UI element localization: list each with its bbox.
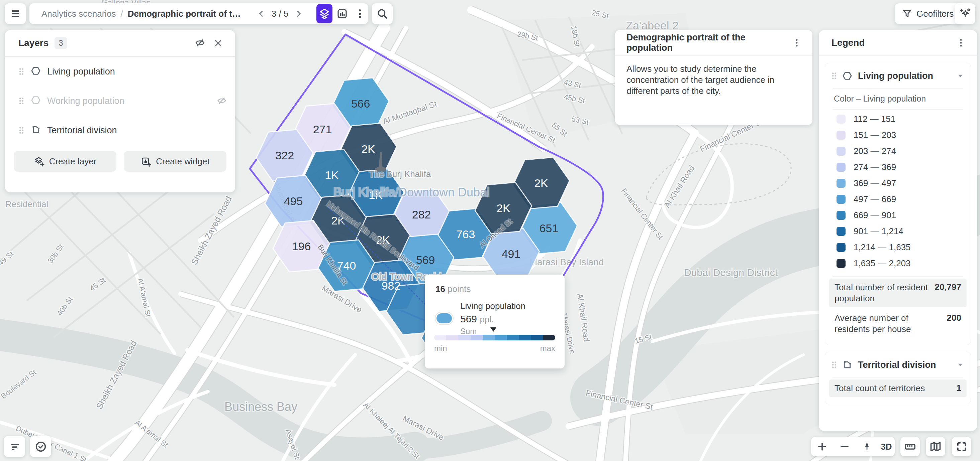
widgets-button[interactable] <box>334 4 350 24</box>
range-label: 151 — 203 <box>854 130 896 140</box>
range-label: 274 — 369 <box>854 162 896 173</box>
legend-range-row: 1,214 — 1,635 <box>825 239 970 255</box>
layers-panel: Layers 3 Living populationWorking popula… <box>5 30 235 192</box>
breadcrumb-section[interactable]: Analytics scenarios <box>41 9 116 19</box>
search-icon <box>377 8 388 19</box>
stat-label: Total count of territories <box>835 383 935 394</box>
more-button[interactable] <box>352 4 368 24</box>
street <box>100 174 234 317</box>
map-label: Sheikh Zayed Road <box>189 195 234 266</box>
zoom-out-button[interactable] <box>836 438 853 455</box>
map-label: Marasi Bay Island <box>530 257 604 267</box>
range-label: 203 — 274 <box>854 146 896 156</box>
kebab-icon <box>792 38 802 48</box>
close-layers-panel-button[interactable] <box>209 34 227 52</box>
legend-living-title: Living population <box>858 71 956 81</box>
tooltip-series-swatch <box>436 312 453 324</box>
street <box>60 181 201 327</box>
history-button[interactable] <box>30 436 51 457</box>
scale-min-label: min <box>434 344 447 353</box>
layer-item-living-population[interactable]: Living population <box>5 57 235 86</box>
page-indicator: 3 / 5 <box>272 9 289 19</box>
menu-button[interactable] <box>5 3 26 24</box>
measure-button[interactable] <box>900 437 920 456</box>
hex-bin-label: 282 <box>412 208 431 221</box>
layer-item-label: Working population <box>47 96 216 106</box>
range-label: 1,635 — 2,203 <box>854 258 911 269</box>
chevron-down-icon[interactable] <box>956 360 965 369</box>
legend-range-row: 669 — 901 <box>825 207 970 223</box>
legend-territorial-stats: Total count of territories1 <box>825 380 970 397</box>
eye-off-icon[interactable] <box>216 95 227 106</box>
map-label: Residential <box>5 199 48 209</box>
legend-range-row: 112 — 151 <box>825 111 970 127</box>
filter-lines-icon <box>9 440 21 453</box>
hex-bin-label: 566 <box>351 97 370 110</box>
range-swatch <box>837 131 846 139</box>
chevron-right-icon[interactable] <box>294 9 304 19</box>
layer-item-territorial-division[interactable]: Territorial division <box>5 116 235 145</box>
scale-max-label: max <box>540 344 555 353</box>
legend-section-territorial: Territorial division Total count of terr… <box>825 352 971 404</box>
map-label: The Burj Khalifa <box>369 169 431 179</box>
hide-all-layers-button[interactable] <box>191 34 209 52</box>
legend-stat-row: Total number of resident population20,79… <box>829 279 967 307</box>
create-layer-icon <box>34 156 45 167</box>
geofilters-button[interactable]: Geofilters <box>895 3 962 24</box>
create-widget-button[interactable]: Create widget <box>124 151 226 172</box>
compass-button[interactable] <box>859 438 875 455</box>
map-label: Burj Khalifa/Downtown Dubai <box>334 185 489 199</box>
hexagon-icon <box>30 65 41 76</box>
range-swatch <box>837 114 846 124</box>
plus-icon <box>817 441 827 452</box>
polygon-icon <box>842 360 853 370</box>
map-label: 30b St <box>46 242 65 265</box>
stat-value: 20,797 <box>934 282 961 292</box>
scenario-more-button[interactable] <box>789 35 804 51</box>
map-filter-button[interactable] <box>4 436 25 457</box>
basemap-button[interactable] <box>926 437 945 456</box>
stat-value: 1 <box>935 383 961 393</box>
mode-3d-button[interactable]: 3D <box>881 442 892 452</box>
hex-bin-label: 495 <box>284 195 303 208</box>
range-swatch <box>837 227 846 236</box>
geofilters-label: Geofilters <box>916 9 954 19</box>
clock-check-icon <box>35 440 47 453</box>
zoom-in-button[interactable] <box>814 438 830 455</box>
scenario-description: Allows you to study determine the concen… <box>615 56 813 97</box>
legend-range-row: 497 — 669 <box>825 191 970 207</box>
chevron-left-icon[interactable] <box>256 9 266 19</box>
hex-bin-label: 1K <box>325 169 339 181</box>
hexagon-icon <box>30 95 41 106</box>
layers-toggle-button[interactable] <box>317 4 332 24</box>
ai-assistant-button[interactable] <box>955 3 975 24</box>
range-label: 112 — 151 <box>854 114 896 124</box>
legend-more-button[interactable] <box>953 35 969 51</box>
drag-handle-icon[interactable] <box>830 71 838 81</box>
create-layer-button[interactable]: Create layer <box>14 151 116 172</box>
map-label: 45 St <box>88 276 107 293</box>
street <box>20 187 161 334</box>
search-button[interactable] <box>372 3 393 24</box>
street <box>54 214 214 337</box>
zoom-control: 3D <box>811 437 895 456</box>
drag-handle-icon[interactable] <box>17 96 26 106</box>
kebab-icon <box>354 8 366 19</box>
map-label: Business Bay <box>224 400 298 413</box>
minus-icon <box>839 441 850 452</box>
close-icon <box>213 38 223 48</box>
legend-living-stats: Total number of resident population20,79… <box>825 279 970 338</box>
drag-handle-icon[interactable] <box>17 125 26 135</box>
tooltip-value: 569 ppl. <box>460 313 525 325</box>
layer-item-working-population[interactable]: Working population <box>5 86 235 116</box>
drag-handle-icon[interactable] <box>830 360 838 370</box>
fullscreen-button[interactable] <box>952 437 971 456</box>
chevron-down-icon[interactable] <box>956 71 965 80</box>
create-layer-label: Create layer <box>49 156 97 167</box>
scale-marker-icon <box>490 327 496 332</box>
legend-range-row: 1,635 — 2,203 <box>825 255 970 271</box>
range-label: 497 — 669 <box>854 194 896 204</box>
map-label: Dubai Design District <box>684 267 778 278</box>
drag-handle-icon[interactable] <box>17 67 26 76</box>
hex-bin-label: 491 <box>502 247 521 260</box>
